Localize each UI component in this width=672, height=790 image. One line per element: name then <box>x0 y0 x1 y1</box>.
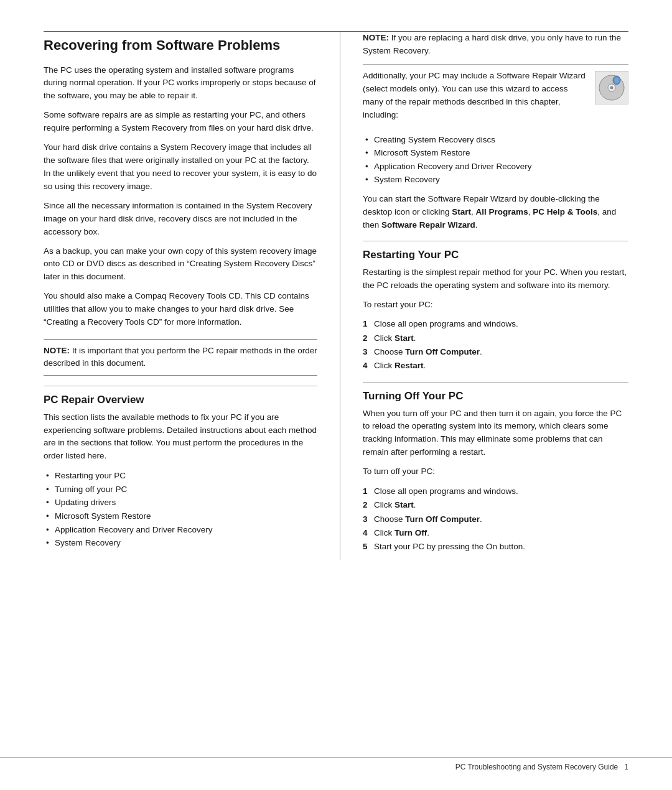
bullet-turning-off: Turning off your PC <box>44 483 317 496</box>
wizard-start-comma1: , <box>471 207 476 216</box>
additionally-para: Additionally, your PC may include a Soft… <box>363 70 589 122</box>
turnoff-step-1: 1 Close all open programs and windows. <box>363 485 628 498</box>
restart-step-2-num: 2 <box>363 332 368 345</box>
page-footer: PC Troubleshooting and System Recovery G… <box>0 757 672 771</box>
turnoff-step-2-text: Click Start. <box>374 500 416 509</box>
note-bold-label: NOTE: <box>44 346 70 355</box>
turnoff-choose-bold: Turn Off Computer <box>405 514 480 524</box>
pc-repair-bullet-list: Restarting your PC Turning off your PC U… <box>44 469 317 550</box>
right-top-divider <box>363 64 628 65</box>
left-column: Recovering from Software Problems The PC… <box>44 32 317 560</box>
intro-para-3: Your hard disk drive contains a System R… <box>44 141 317 193</box>
top-note: NOTE: If you are replacing a hard disk d… <box>363 32 628 58</box>
turnoff-turnoff-bold: Turn Off <box>394 528 427 537</box>
footer-title: PC Troubleshooting and System Recovery G… <box>455 763 618 771</box>
restart-step-1: 1 Close all open programs and windows. <box>363 317 628 331</box>
top-note-bold: NOTE: <box>363 33 389 42</box>
page: Recovering from Software Problems The PC… <box>0 0 672 790</box>
turnoff-step-2-num: 2 <box>363 498 368 512</box>
restart-step-1-num: 1 <box>363 317 368 331</box>
bullet-system-recovery: System Recovery <box>44 536 317 550</box>
restart-step-2-text: Click Start. <box>374 333 416 343</box>
wizard-start-period: . <box>475 220 478 230</box>
intro-para-2: Some software repairs are as simple as r… <box>44 109 317 135</box>
turnoff-start-bold: Start <box>394 500 414 509</box>
restart-step-4-num: 4 <box>363 359 368 373</box>
pc-repair-title: PC Repair Overview <box>44 394 317 406</box>
restart-intro: Restarting is the simplest repair method… <box>363 266 628 292</box>
wizard-start-para: You can start the Software Repair Wizard… <box>363 193 628 232</box>
svg-point-4 <box>615 77 619 83</box>
turnoff-step-3-num: 3 <box>363 513 368 526</box>
vertical-divider <box>340 32 340 560</box>
wizard-bullet-1: Creating System Recovery discs <box>363 133 628 147</box>
turnoff-step-5: 5 Start your PC by pressing the On butto… <box>363 540 628 554</box>
restart-title: Restarting Your PC <box>363 249 628 261</box>
turnoff-steps-list: 1 Close all open programs and windows. 2… <box>363 485 628 554</box>
pc-repair-intro: This section lists the available methods… <box>44 411 317 463</box>
turnoff-divider <box>363 382 628 383</box>
turnoff-step-3-text: Choose Turn Off Computer. <box>374 514 482 524</box>
restart-step-2: 2 Click Start. <box>363 332 628 345</box>
intro-para-5: As a backup, you can make your own copy … <box>44 245 317 284</box>
software-repair-icon <box>595 71 628 105</box>
restart-step-3: 3 Choose Turn Off Computer. <box>363 345 628 359</box>
turnoff-step-4: 4 Click Turn Off. <box>363 526 628 540</box>
turnoff-step-3: 3 Choose Turn Off Computer. <box>363 513 628 526</box>
note-text: NOTE: It is important that you perform t… <box>44 345 317 370</box>
intro-para-1: The PC uses the operating system and ins… <box>44 64 317 103</box>
wizard-svg-icon <box>598 74 625 101</box>
restart-to: To restart your PC: <box>363 299 628 312</box>
turnoff-step-5-num: 5 <box>363 540 368 554</box>
additionally-section: Additionally, your PC may include a Soft… <box>363 70 628 128</box>
note-box: NOTE: It is important that you perform t… <box>44 339 317 376</box>
note-body: It is important that you perform the PC … <box>44 346 317 368</box>
turnoff-step-4-num: 4 <box>363 526 368 540</box>
wizard-start-bold-programs: All Programs <box>476 207 528 216</box>
svg-point-2 <box>610 86 614 89</box>
restart-step-3-num: 3 <box>363 345 368 359</box>
turnoff-intro: When you turn off your PC and then turn … <box>363 407 628 460</box>
footer-page-num: 1 <box>624 763 628 771</box>
turnoff-step-4-text: Click Turn Off. <box>374 528 429 537</box>
turnoff-title: Turning Off Your PC <box>363 390 628 402</box>
wizard-start-bold-start: Start <box>452 207 471 216</box>
restart-restart-bold: Restart <box>394 361 424 370</box>
restart-start-bold: Start <box>394 333 414 343</box>
turnoff-step-2: 2 Click Start. <box>363 498 628 512</box>
restart-steps-list: 1 Close all open programs and windows. 2… <box>363 317 628 373</box>
restart-step-4-text: Click Restart. <box>374 361 426 370</box>
wizard-start-bold-help: PC Help & Tools <box>533 207 597 216</box>
restart-step-3-text: Choose Turn Off Computer. <box>374 347 482 356</box>
intro-para-4: Since all the necessary information is c… <box>44 200 317 239</box>
wizard-start-bold-wizard: Software Repair Wizard <box>381 220 475 230</box>
bullet-microsoft-restore: Microsoft System Restore <box>44 509 317 523</box>
restart-turnoff-bold: Turn Off Computer <box>405 347 480 356</box>
wizard-bullet-list: Creating System Recovery discs Microsoft… <box>363 133 628 187</box>
restart-step-4: 4 Click Restart. <box>363 359 628 373</box>
bullet-restarting: Restarting your PC <box>44 469 317 483</box>
main-title: Recovering from Software Problems <box>44 37 317 54</box>
turnoff-to: To turn off your PC: <box>363 465 628 478</box>
section-divider <box>44 386 317 386</box>
turnoff-step-1-num: 1 <box>363 485 368 498</box>
wizard-bullet-2: Microsoft System Restore <box>363 146 628 160</box>
wizard-bullet-4: System Recovery <box>363 173 628 187</box>
two-column-layout: Recovering from Software Problems The PC… <box>44 32 628 560</box>
additionally-text: Additionally, your PC may include a Soft… <box>363 70 589 128</box>
intro-para-6: You should also make a Compaq Recovery T… <box>44 290 317 329</box>
restart-step-1-text: Close all open programs and windows. <box>374 319 518 328</box>
turnoff-step-1-text: Close all open programs and windows. <box>374 486 518 496</box>
wizard-bullet-3: Application Recovery and Driver Recovery <box>363 160 628 174</box>
bullet-updating-drivers: Updating drivers <box>44 496 317 509</box>
bullet-app-recovery: Application Recovery and Driver Recovery <box>44 523 317 537</box>
footer-text: PC Troubleshooting and System Recovery G… <box>455 763 628 771</box>
restart-divider <box>363 241 628 241</box>
top-note-body: If you are replacing a hard disk drive, … <box>363 33 621 55</box>
turnoff-step-5-text: Start your PC by pressing the On button. <box>374 542 525 551</box>
right-column: NOTE: If you are replacing a hard disk d… <box>363 32 628 560</box>
